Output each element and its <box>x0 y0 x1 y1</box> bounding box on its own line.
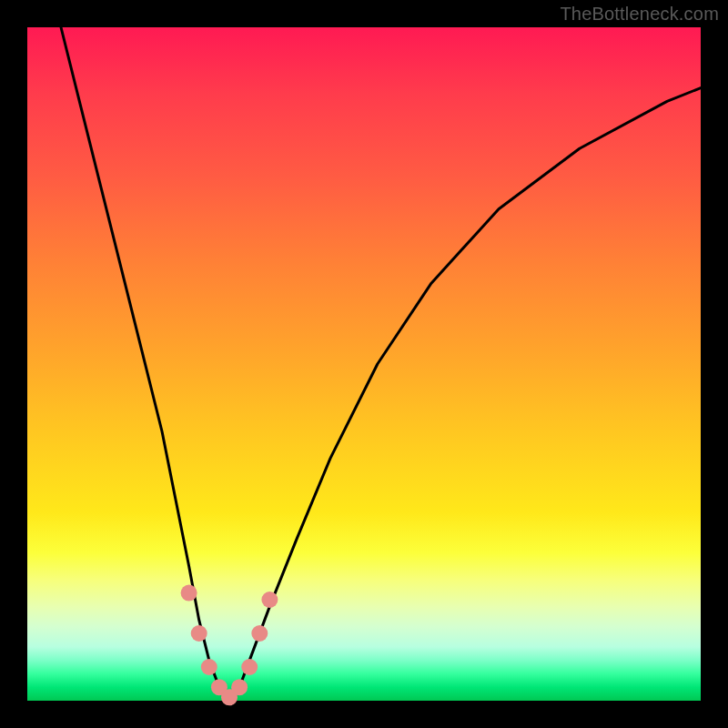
plot-area <box>27 27 701 701</box>
chart-frame: TheBottleneck.com <box>0 0 728 728</box>
data-marker <box>251 625 268 642</box>
curve-svg <box>27 27 701 701</box>
data-marker <box>201 659 217 675</box>
data-marker <box>261 592 278 608</box>
curve-group <box>61 27 701 697</box>
data-marker <box>231 679 248 695</box>
data-marker <box>181 585 197 602</box>
data-marker <box>241 659 258 675</box>
watermark-text: TheBottleneck.com <box>560 4 719 25</box>
bottleneck-curve <box>61 27 701 697</box>
data-marker <box>191 625 207 642</box>
